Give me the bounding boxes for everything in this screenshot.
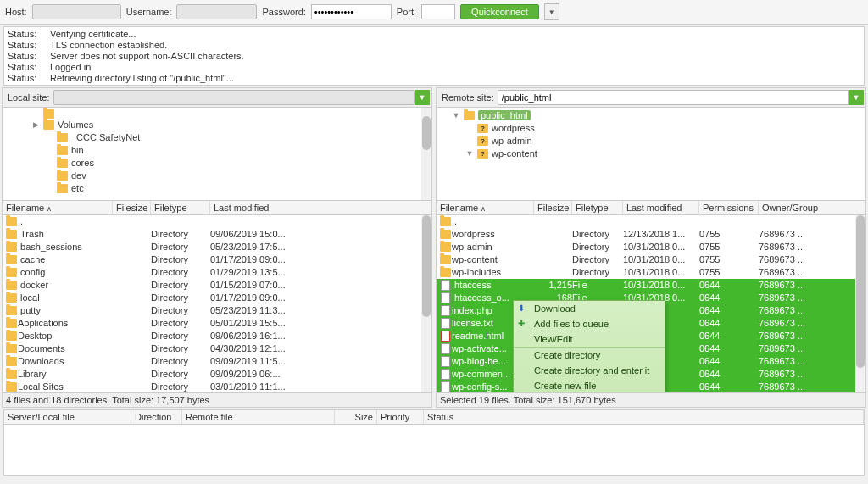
- file-name: ..: [18, 215, 113, 228]
- file-row[interactable]: wp-adminDirectory10/31/2018 0...07557689…: [437, 241, 865, 253]
- file-row[interactable]: .localDirectory01/17/2019 09:0...: [3, 292, 431, 304]
- file-row[interactable]: LibraryDirectory09/09/2019 06:...: [3, 368, 431, 381]
- folder-icon: [6, 382, 17, 392]
- scrollbar[interactable]: [421, 215, 431, 392]
- folder-icon: [6, 268, 17, 277]
- log-status-label: Status:: [8, 29, 43, 40]
- expand-icon[interactable]: ▼: [452, 109, 460, 122]
- file-row[interactable]: wordpressDirectory12/13/2018 1...0755768…: [437, 228, 865, 241]
- file-row[interactable]: .dockerDirectory01/15/2019 07:0...: [3, 279, 431, 292]
- scrollbar[interactable]: [855, 215, 865, 392]
- tree-label: bin: [71, 144, 84, 157]
- ctx-create-dir-enter[interactable]: Create directory and enter it: [514, 363, 665, 378]
- file-row[interactable]: wp-includesDirectory10/31/2018 0...07557…: [437, 266, 865, 279]
- file-row[interactable]: Local SitesDirectory03/01/2019 11:1...: [3, 381, 431, 392]
- file-row[interactable]: .bash_sessionsDirectory05/23/2019 17:5..…: [3, 241, 431, 253]
- tree-item[interactable]: etc: [4, 182, 430, 195]
- file-name: Downloads: [18, 355, 113, 368]
- local-site-input[interactable]: [53, 90, 415, 105]
- file-row[interactable]: DocumentsDirectory04/30/2019 12:1...: [3, 342, 431, 355]
- tree-item[interactable]: [4, 109, 430, 119]
- folder-icon: [440, 230, 451, 239]
- tree-label: Volumes: [58, 119, 93, 131]
- folder-icon: [440, 242, 451, 252]
- file-row[interactable]: DownloadsDirectory09/09/2019 11:5...: [3, 355, 431, 368]
- folder-icon: [6, 357, 17, 366]
- log-message: TLS connection established.: [50, 40, 167, 51]
- log-message: Directory listing of "/public_html" succ…: [50, 84, 229, 86]
- file-row[interactable]: ..: [437, 215, 865, 228]
- file-row[interactable]: .TrashDirectory09/06/2019 15:0...: [3, 228, 431, 241]
- quickconnect-button[interactable]: Quickconnect: [460, 4, 539, 19]
- tree-item[interactable]: dev: [4, 170, 430, 182]
- tree-item[interactable]: ?wp-admin: [438, 135, 864, 147]
- tree-item[interactable]: ▼public_html: [438, 109, 864, 122]
- folder-icon: [57, 133, 68, 142]
- file-name: .putty: [18, 304, 113, 317]
- folder-icon: [6, 217, 17, 226]
- tree-item[interactable]: cores: [4, 157, 430, 170]
- file-row[interactable]: .cacheDirectory01/17/2019 09:0...: [3, 253, 431, 266]
- folder-icon: [464, 111, 475, 120]
- folder-unknown-icon: ?: [477, 124, 488, 133]
- local-site-dropdown[interactable]: ▼: [415, 90, 430, 105]
- local-file-list[interactable]: ...TrashDirectory09/06/2019 15:0....bash…: [3, 215, 431, 392]
- file-row[interactable]: ..: [3, 215, 431, 228]
- queue-headers[interactable]: Server/Local file Direction Remote file …: [4, 410, 864, 425]
- tree-item[interactable]: _CCC SafetyNet: [4, 131, 430, 144]
- file-icon: [441, 305, 450, 316]
- remote-tree[interactable]: ▼public_html?wordpress?wp-admin▼?wp-cont…: [437, 108, 865, 201]
- folder-icon: [57, 184, 68, 193]
- file-row[interactable]: .configDirectory01/29/2019 13:5...: [3, 266, 431, 279]
- file-name: wordpress: [452, 228, 534, 241]
- username-input[interactable]: [176, 4, 257, 19]
- ctx-view-edit[interactable]: View/Edit: [514, 331, 665, 348]
- tree-item[interactable]: ▶Volumes: [4, 119, 430, 131]
- tree-item[interactable]: bin: [4, 144, 430, 157]
- password-label: Password:: [262, 7, 305, 17]
- ctx-download[interactable]: ⬇Download: [514, 301, 665, 316]
- scrollbar[interactable]: [421, 108, 431, 200]
- remote-status: Selected 19 files. Total size: 151,670 b…: [437, 392, 865, 407]
- file-icon: [441, 318, 450, 329]
- sort-asc-icon: ∧: [47, 205, 52, 213]
- local-panel: Local site: ▼ ▶Volumes_CCC SafetyNetbinc…: [2, 87, 432, 408]
- file-row[interactable]: wp-contentDirectory10/31/2018 0...075576…: [437, 253, 865, 266]
- port-label: Port:: [397, 7, 416, 17]
- connection-toolbar: Host: Username: Password: Port: Quickcon…: [0, 0, 868, 25]
- file-name: wp-includes: [452, 266, 534, 279]
- local-file-headers[interactable]: Filename ∧ Filesize Filetype Last modifi…: [3, 201, 431, 215]
- port-input[interactable]: [421, 4, 455, 19]
- remote-site-dropdown[interactable]: ▼: [849, 90, 864, 105]
- remote-file-list[interactable]: ..wordpressDirectory12/13/2018 1...07557…: [437, 215, 865, 392]
- file-name: .config: [18, 266, 113, 279]
- log-message: Logged in: [50, 62, 91, 73]
- ctx-create-dir[interactable]: Create directory: [514, 348, 665, 363]
- password-input[interactable]: [311, 4, 392, 19]
- ctx-create-file[interactable]: Create new file: [514, 378, 665, 392]
- local-tree[interactable]: ▶Volumes_CCC SafetyNetbincoresdevetc: [3, 108, 431, 201]
- ctx-add-queue[interactable]: ✚Add files to queue: [514, 316, 665, 331]
- file-row[interactable]: .puttyDirectory05/23/2019 11:3...: [3, 304, 431, 317]
- quickconnect-history-dropdown[interactable]: ▼: [544, 3, 559, 20]
- host-input[interactable]: [32, 4, 121, 19]
- folder-icon: [57, 159, 68, 168]
- file-name: .docker: [18, 279, 113, 292]
- file-row[interactable]: ApplicationsDirectory05/01/2019 15:5...: [3, 317, 431, 330]
- tree-label: public_html: [478, 109, 531, 122]
- expand-icon[interactable]: ▼: [465, 147, 474, 160]
- context-menu: ⬇Download ✚Add files to queue View/Edit …: [513, 300, 665, 392]
- remote-file-headers[interactable]: Filename ∧ Filesize Filetype Last modifi…: [437, 201, 865, 215]
- tree-item[interactable]: ?wordpress: [438, 122, 864, 135]
- file-name: ..: [452, 215, 534, 228]
- folder-icon: [6, 242, 17, 252]
- file-row[interactable]: .htaccess1,215File10/31/2018 0...0644768…: [437, 279, 865, 292]
- file-name: wp-admin: [452, 241, 534, 253]
- remote-site-input[interactable]: [498, 90, 849, 105]
- tree-item[interactable]: ▼?wp-content: [438, 147, 864, 160]
- tree-label: wordpress: [492, 122, 535, 135]
- file-row[interactable]: DesktopDirectory09/06/2019 16:1...: [3, 330, 431, 342]
- file-name: Desktop: [18, 330, 113, 342]
- expand-icon[interactable]: ▶: [31, 119, 40, 131]
- tree-label: etc: [71, 182, 84, 195]
